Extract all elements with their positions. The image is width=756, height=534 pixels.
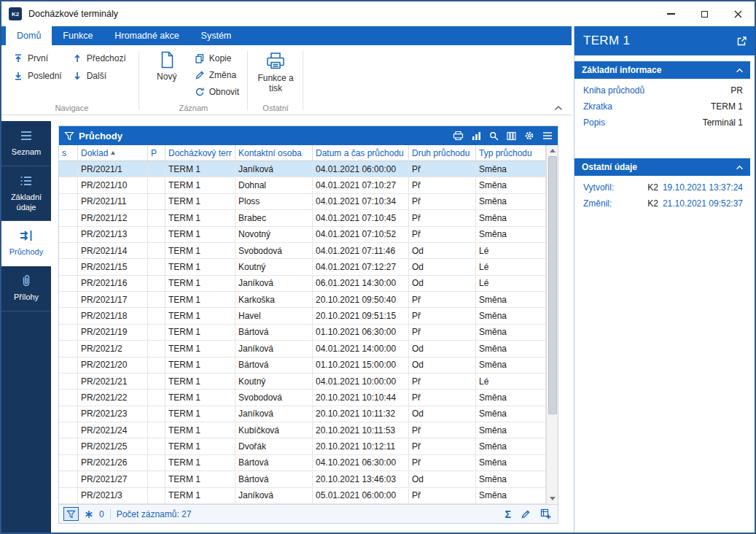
table-cell: Od: [409, 341, 476, 356]
table-row[interactable]: PR/2021/26TERM 1Bártová04.10.2021 06:30:…: [59, 455, 546, 471]
section-header[interactable]: Základní informace: [574, 61, 750, 79]
table-cell: Směna: [476, 357, 546, 373]
maximize-button[interactable]: [687, 1, 721, 26]
scroll-up-button[interactable]: [547, 145, 558, 156]
table-row[interactable]: PR/2021/22TERM 1Svobodová20.10.2021 10:1…: [59, 390, 546, 406]
table-cell: Svobodová: [235, 243, 313, 258]
filter-toggle-button[interactable]: [63, 507, 79, 521]
table-row[interactable]: PR/2021/10TERM 1Dohnal04.01.2021 07:10:2…: [59, 177, 546, 193]
gear-icon[interactable]: [524, 131, 534, 141]
table-row[interactable]: PR/2021/15TERM 1Koutný04.01.2021 07:12:2…: [59, 259, 546, 275]
copy-record-button[interactable]: Kopie: [192, 53, 242, 64]
sidebar-item-seznam[interactable]: Seznam: [1, 121, 51, 166]
condition-icon[interactable]: [85, 510, 93, 519]
grid-body: PR/2021/1TERM 1Janíková04.01.2021 06:00:…: [59, 161, 546, 504]
table-row[interactable]: PR/2021/27TERM 1Bártová20.10.2021 13:46:…: [59, 471, 546, 487]
section-header[interactable]: Ostatní údaje: [574, 158, 750, 176]
edit-icon[interactable]: [521, 509, 531, 519]
column-header[interactable]: Doklad: [78, 145, 148, 160]
table-cell: Svobodová: [235, 390, 313, 405]
table-cell: TERM 1: [165, 292, 235, 307]
table-row[interactable]: PR/2021/25TERM 1Dvořák20.10.2021 10:12:1…: [59, 438, 546, 454]
chart-icon[interactable]: [472, 131, 481, 141]
field-row: Popis Terminál 1: [583, 115, 743, 131]
table-row[interactable]: PR/2021/13TERM 1Novotný04.01.2021 07:10:…: [59, 227, 546, 243]
table-row[interactable]: PR/2021/14TERM 1Svobodová04.01.2021 07:1…: [59, 243, 546, 259]
first-record-button[interactable]: První: [10, 53, 65, 64]
detail-panel: TERM 1 Základní informace Kniha průchodů…: [574, 26, 755, 533]
functions-print-button[interactable]: Funkce a tisk: [254, 47, 297, 102]
tab-funkce[interactable]: Funkce: [52, 26, 104, 45]
table-cell: Směna: [476, 325, 546, 340]
table-cell: [148, 292, 165, 307]
sidebar-item-pruchody[interactable]: Průchody: [1, 221, 51, 266]
table-row[interactable]: PR/2021/24TERM 1Kubíčková20.10.2021 10:1…: [59, 422, 546, 438]
menu-icon[interactable]: [542, 131, 553, 140]
column-header[interactable]: Druh průchodu: [409, 145, 476, 160]
tab-domu[interactable]: Domů: [6, 26, 52, 45]
table-row[interactable]: PR/2021/2TERM 1Janíková04.01.2021 14:00:…: [59, 341, 546, 357]
table-cell: PR/2021/2: [78, 341, 148, 356]
edit-record-button[interactable]: Změna: [192, 69, 242, 81]
scroll-down-button[interactable]: [547, 493, 558, 504]
new-record-button[interactable]: Nový: [145, 47, 189, 102]
sidebar-item-zakladni-udaje[interactable]: Základní údaje: [1, 166, 51, 222]
vertical-scrollbar[interactable]: [546, 145, 558, 504]
table-cell: Ploss: [235, 194, 313, 209]
column-header[interactable]: s: [59, 145, 78, 160]
table-row[interactable]: PR/2021/21TERM 1Koutný04.01.2021 10:00:0…: [59, 374, 546, 390]
table-row[interactable]: PR/2021/3TERM 1Janíková05.01.2021 06:00:…: [59, 488, 546, 504]
table-row[interactable]: PR/2021/12TERM 1Brabec04.01.2021 07:10:4…: [59, 210, 546, 226]
next-record-button[interactable]: Další: [69, 70, 129, 82]
table-cell: Př: [409, 325, 476, 340]
table-row[interactable]: PR/2021/18TERM 1Havel20.10.2021 09:51:15…: [59, 308, 546, 324]
collapse-ribbon-button[interactable]: [554, 105, 563, 111]
table-cell: Od: [409, 471, 476, 487]
minimize-button[interactable]: [654, 1, 687, 26]
tab-hromadne-akce[interactable]: Hromadné akce: [104, 26, 190, 45]
table-row[interactable]: PR/2021/17TERM 1Karkoška20.10.2021 09:50…: [59, 292, 546, 308]
last-record-button[interactable]: Poslední: [10, 70, 65, 82]
sum-icon[interactable]: Σ: [505, 509, 511, 519]
column-header[interactable]: P: [148, 145, 165, 160]
table-cell: Směna: [476, 471, 546, 487]
table-row[interactable]: PR/2021/19TERM 1Bártová01.10.2021 06:30:…: [59, 325, 546, 341]
table-cell: [148, 194, 165, 209]
refresh-button[interactable]: Obnovit: [192, 86, 242, 98]
column-header[interactable]: Datum a čas průchodu: [313, 145, 409, 160]
scrollbar-thumb[interactable]: [548, 156, 557, 414]
close-icon: [734, 10, 742, 18]
table-cell: [148, 341, 165, 356]
filter-icon[interactable]: [64, 131, 74, 141]
sidebar-item-prilohy[interactable]: Přílohy: [1, 266, 51, 312]
table-cell: 04.01.2021 07:12:27: [313, 259, 409, 274]
print-icon[interactable]: [453, 131, 464, 141]
close-button[interactable]: [721, 1, 755, 26]
table-row[interactable]: PR/2021/23TERM 1Janíková20.10.2021 10:11…: [59, 406, 546, 422]
grid-title: Průchody: [79, 131, 122, 142]
table-row[interactable]: PR/2021/11TERM 1Ploss04.01.2021 07:10:34…: [59, 194, 546, 210]
columns-icon[interactable]: [507, 131, 516, 141]
previous-record-button[interactable]: Předchozí: [69, 53, 129, 64]
search-icon[interactable]: [489, 131, 499, 141]
table-row[interactable]: PR/2021/1TERM 1Janíková04.01.2021 06:00:…: [59, 161, 546, 177]
table-row[interactable]: PR/2021/20TERM 1Bártová01.10.2021 15:00:…: [59, 357, 546, 374]
table-cell: Dvořák: [235, 438, 313, 454]
table-cell: Př: [409, 390, 476, 405]
column-header[interactable]: Docházkový terminál: [165, 145, 235, 160]
table-cell: Od: [409, 406, 476, 422]
ribbon-group-ostatni: Funkce a tisk Ostatní: [248, 47, 303, 115]
grid-add-icon[interactable]: [540, 508, 551, 519]
button-label: Změna: [209, 70, 236, 80]
table-cell: Dohnal: [235, 177, 313, 193]
table-cell: 04.10.2021 06:30:00: [313, 455, 409, 471]
table-cell: Př: [409, 210, 476, 225]
column-header[interactable]: Typ průchodu: [476, 145, 546, 160]
table-cell: Směna: [476, 210, 546, 225]
tab-system[interactable]: Systém: [190, 26, 243, 45]
open-external-icon[interactable]: [736, 36, 747, 47]
column-header-label: Doklad: [81, 148, 108, 158]
column-header-label: Kontaktní osoba: [238, 148, 302, 158]
column-header[interactable]: Kontaktní osoba: [235, 145, 313, 160]
table-row[interactable]: PR/2021/16TERM 1Janíková06.01.2021 14:30…: [59, 276, 546, 292]
